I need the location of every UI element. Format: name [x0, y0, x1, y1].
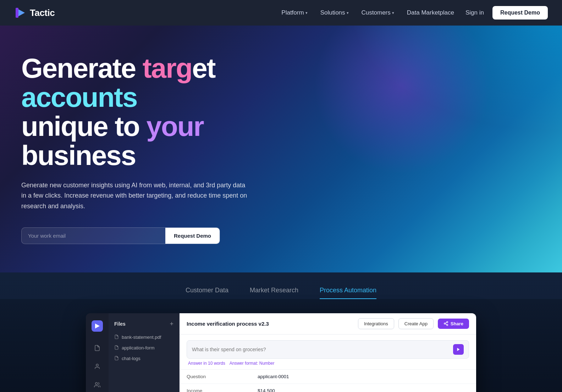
- table-row: Income $14,500: [180, 383, 476, 392]
- nav-customers[interactable]: Customers ▾: [356, 6, 400, 19]
- tab-process-automation[interactable]: Process Automation: [320, 287, 376, 299]
- row-label-0: Question: [180, 370, 250, 384]
- customers-chevron-icon: ▾: [392, 11, 394, 15]
- logo-text: Tactic: [30, 7, 55, 18]
- navbar: Tactic Platform ▾ Solutions ▾ Customers …: [0, 0, 562, 26]
- row-value-1: $14,500: [250, 383, 476, 392]
- query-hints: Answer in 10 words Answer format: Number: [187, 359, 469, 366]
- sidebar-user-icon[interactable]: [92, 361, 103, 372]
- hero-email-form: Request Demo: [21, 227, 220, 244]
- create-app-button[interactable]: Create App: [398, 318, 434, 329]
- sidebar-logo-icon: [92, 320, 103, 332]
- hero-section: Generate target accounts unique to your …: [0, 26, 562, 272]
- query-submit-button[interactable]: [453, 344, 464, 355]
- data-table: Question applicant-0001 Income $14,500 E…: [180, 370, 476, 392]
- share-label: Share: [451, 321, 463, 326]
- nav-data-marketplace[interactable]: Data Marketplace: [401, 6, 460, 19]
- tabs-section: Customer Data Market Research Process Au…: [0, 272, 562, 392]
- query-row: [187, 340, 469, 359]
- app-panel-wrapper: Files + bank-statement.pdf: [0, 299, 562, 392]
- svg-line-15: [445, 324, 447, 325]
- file-item-bank[interactable]: bank-statement.pdf: [109, 332, 179, 343]
- app-title: Income verification process v2.3: [187, 321, 354, 327]
- query-input[interactable]: [192, 347, 450, 352]
- row-label-1: Income: [180, 383, 250, 392]
- submit-arrow-icon: [456, 347, 461, 352]
- file-doc-icon-3: [114, 356, 119, 361]
- svg-point-3: [96, 364, 98, 366]
- file-name-2: application-form: [122, 345, 155, 350]
- table-row: Question applicant-0001: [180, 370, 476, 384]
- sidebar-users-icon[interactable]: [92, 379, 103, 391]
- tab-customer-data[interactable]: Customer Data: [186, 287, 228, 299]
- solutions-chevron-icon: ▾: [347, 11, 349, 15]
- hero-request-demo-button[interactable]: Request Demo: [165, 228, 220, 244]
- hero-subtitle: Generate new customer insights using AI …: [21, 180, 248, 212]
- integrations-button[interactable]: Integrations: [358, 318, 394, 329]
- svg-point-4: [95, 382, 98, 385]
- tab-market-research[interactable]: Market Research: [250, 287, 298, 299]
- file-item-chat[interactable]: chat-logs: [109, 353, 179, 364]
- files-add-button[interactable]: +: [170, 320, 173, 328]
- results-table: Question applicant-0001 Income $14,500 E…: [180, 370, 476, 392]
- svg-point-13: [444, 323, 446, 324]
- svg-point-12: [447, 321, 448, 323]
- logo-icon: [14, 6, 27, 19]
- query-hint-2: Answer format: Number: [230, 361, 275, 366]
- files-panel: Files + bank-statement.pdf: [109, 313, 180, 392]
- svg-point-14: [447, 324, 448, 326]
- file-name-3: chat-logs: [122, 356, 140, 361]
- nav-links: Platform ▾ Solutions ▾ Customers ▾ Data …: [276, 6, 460, 19]
- email-input[interactable]: [22, 228, 165, 244]
- signin-link[interactable]: Sign in: [460, 6, 490, 19]
- share-icon: [443, 321, 448, 326]
- svg-rect-1: [16, 8, 18, 18]
- file-name-1: bank-statement.pdf: [122, 335, 161, 340]
- nav-platform[interactable]: Platform ▾: [276, 6, 313, 19]
- svg-marker-17: [457, 348, 460, 351]
- row-value-0: applicant-0001: [250, 370, 476, 384]
- svg-marker-2: [95, 324, 100, 328]
- hero-title: Generate target accounts unique to your …: [21, 54, 298, 170]
- nav-solutions[interactable]: Solutions ▾: [315, 6, 354, 19]
- file-doc-icon-2: [114, 345, 119, 351]
- sidebar-files-icon[interactable]: [92, 342, 103, 354]
- platform-chevron-icon: ▾: [305, 11, 308, 15]
- app-topbar: Income verification process v2.3 Integra…: [180, 313, 476, 335]
- app-main: Income verification process v2.3 Integra…: [180, 313, 476, 392]
- query-area: Answer in 10 words Answer format: Number: [180, 335, 476, 370]
- query-hint-1: Answer in 10 words: [188, 361, 225, 366]
- hero-content: Generate target accounts unique to your …: [21, 54, 298, 244]
- tabs-bar: Customer Data Market Research Process Au…: [0, 272, 562, 299]
- file-doc-icon-1: [114, 335, 119, 340]
- share-button[interactable]: Share: [438, 319, 469, 329]
- file-item-application[interactable]: application-form: [109, 343, 179, 353]
- files-label: Files: [114, 321, 126, 327]
- svg-line-16: [445, 322, 447, 323]
- app-window: Files + bank-statement.pdf: [86, 313, 476, 392]
- nav-request-demo-button[interactable]: Request Demo: [492, 6, 548, 20]
- files-header: Files +: [109, 320, 179, 332]
- app-sidebar: [86, 313, 109, 392]
- logo-link[interactable]: Tactic: [14, 6, 55, 19]
